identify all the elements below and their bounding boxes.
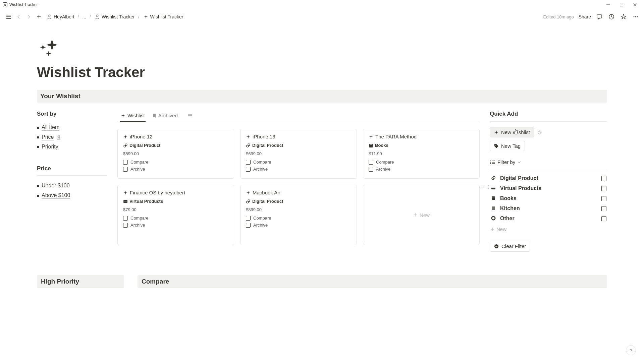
page-title[interactable]: Wishlist Tracker xyxy=(37,64,607,80)
wishlist-card[interactable]: The PARA MethodBooks$11.99CompareArchive xyxy=(363,129,480,179)
svg-point-36 xyxy=(488,188,489,189)
filter-item[interactable]: Books xyxy=(490,193,607,203)
svg-point-33 xyxy=(487,187,487,187)
breadcrumb-current[interactable]: Wishlist Tracker xyxy=(142,13,185,20)
share-button[interactable]: Share xyxy=(579,14,591,19)
edited-timestamp: Edited 10m ago xyxy=(543,14,574,19)
filter-new-button[interactable]: New xyxy=(490,224,607,235)
filter-item[interactable]: Digital Product xyxy=(490,173,607,183)
new-wishlist-button[interactable]: New Wishlist xyxy=(490,127,534,137)
checkbox-icon xyxy=(123,223,128,228)
tab-archived[interactable]: Archived xyxy=(152,111,178,122)
svg-rect-24 xyxy=(370,144,372,144)
card-price: $899.00 xyxy=(246,207,351,212)
new-tag-button[interactable]: New Tag xyxy=(490,141,525,151)
section-header-wishlist: Your Wishlist xyxy=(37,90,607,103)
drag-handle-icon[interactable] xyxy=(486,184,490,190)
wishlist-card[interactable]: Macbook AirDigital Product$899.00Compare… xyxy=(240,185,357,245)
archive-checkbox[interactable]: Archive xyxy=(246,223,351,228)
svg-rect-1 xyxy=(620,3,623,6)
svg-rect-25 xyxy=(123,200,127,203)
card-price: $599.00 xyxy=(123,151,228,156)
hamburger-menu-button[interactable] xyxy=(5,13,13,21)
top-toolbar: HeyAlbert / ... / Wishlist Tracker / Wis… xyxy=(0,9,644,24)
filter-item[interactable]: Virtual Products xyxy=(490,183,607,193)
breadcrumb-separator: / xyxy=(77,14,79,19)
window-titlebar: N Wishlist Tracker xyxy=(0,0,644,9)
filter-by-toggle[interactable]: Filter by xyxy=(490,159,607,169)
archive-checkbox[interactable]: Archive xyxy=(123,167,228,172)
sort-item-priority[interactable]: Priority xyxy=(37,142,107,152)
svg-rect-26 xyxy=(123,201,127,201)
filter-item[interactable]: Kitchen xyxy=(490,203,607,214)
avatar-icon xyxy=(46,14,52,20)
checkbox-icon xyxy=(123,160,128,165)
breadcrumb-parent[interactable]: Wishlist Tracker xyxy=(93,13,136,20)
plus-icon[interactable] xyxy=(479,184,485,190)
page-icon[interactable] xyxy=(37,38,607,58)
window-close-button[interactable] xyxy=(632,2,638,8)
list-icon xyxy=(490,160,495,165)
card-tag-text: Digital Product xyxy=(129,143,160,148)
nav-forward-button[interactable] xyxy=(25,13,33,21)
wishlist-card[interactable]: Finance OS by heyalbertVirtual Products$… xyxy=(117,185,234,245)
svg-point-28 xyxy=(248,200,250,202)
svg-point-31 xyxy=(487,185,487,186)
filter-item[interactable]: Other xyxy=(490,214,607,224)
card-title-text: Finance OS by heyalbert xyxy=(130,190,185,195)
help-button[interactable]: ? xyxy=(626,345,636,355)
new-tab-button[interactable] xyxy=(35,13,43,21)
compare-checkbox[interactable]: Compare xyxy=(369,160,474,165)
bookmark-icon xyxy=(152,113,156,118)
sort-item-all[interactable]: All Item xyxy=(37,123,107,132)
bullet-icon xyxy=(37,136,39,138)
sparkle-icon xyxy=(123,190,128,195)
app-icon: N xyxy=(3,2,7,7)
sparkle-icon xyxy=(143,14,149,20)
compare-checkbox[interactable]: Compare xyxy=(246,160,351,165)
wishlist-card[interactable]: iPhone 13Digital Product$699.00CompareAr… xyxy=(240,129,357,179)
compare-checkbox[interactable]: Compare xyxy=(123,160,228,165)
comments-icon[interactable] xyxy=(596,13,603,20)
plus-icon xyxy=(490,227,494,231)
filter-category-icon xyxy=(490,206,497,211)
filter-list: Digital ProductVirtual ProductsBooksKitc… xyxy=(490,173,607,224)
sparkle-icon xyxy=(246,190,251,195)
svg-point-20 xyxy=(125,144,127,146)
svg-point-44 xyxy=(490,162,491,162)
archive-checkbox[interactable]: Archive xyxy=(246,167,351,172)
compare-checkbox[interactable]: Compare xyxy=(246,216,351,221)
bullet-icon xyxy=(37,146,39,148)
updates-icon[interactable] xyxy=(608,13,615,20)
svg-point-14 xyxy=(635,16,636,17)
favorite-icon[interactable] xyxy=(620,13,627,20)
svg-rect-11 xyxy=(597,15,602,18)
archive-checkbox[interactable]: Archive xyxy=(123,223,228,228)
svg-point-46 xyxy=(490,163,491,164)
card-tag-text: Digital Product xyxy=(252,199,283,204)
sort-item-price[interactable]: Price⇅ xyxy=(37,132,107,142)
wishlist-card[interactable]: iPhone 12Digital Product$599.00CompareAr… xyxy=(117,129,234,179)
new-card-button[interactable]: New xyxy=(363,185,480,245)
price-item-under[interactable]: Under $100 xyxy=(37,181,107,191)
compare-checkbox[interactable]: Compare xyxy=(123,216,228,221)
archive-checkbox[interactable]: Archive xyxy=(369,167,474,172)
clear-filter-button[interactable]: Clear Filter xyxy=(490,241,530,252)
tab-wishlist[interactable]: Wishlist xyxy=(120,111,146,122)
checkbox-icon xyxy=(123,216,128,221)
card-title-text: iPhone 12 xyxy=(130,134,153,139)
window-minimize-button[interactable] xyxy=(605,2,611,8)
svg-point-41 xyxy=(495,145,496,145)
sparkle-icon xyxy=(246,134,251,139)
breadcrumb-root[interactable]: HeyAlbert xyxy=(45,13,75,20)
sparkle-icon xyxy=(123,134,128,139)
tab-more-button[interactable] xyxy=(186,111,193,121)
svg-point-42 xyxy=(490,160,491,161)
filter-item-label: Digital Product xyxy=(500,175,538,181)
nav-back-button[interactable] xyxy=(15,13,23,21)
breadcrumb-dots[interactable]: ... xyxy=(81,13,88,20)
price-item-above[interactable]: Above $100 xyxy=(37,191,107,200)
window-maximize-button[interactable] xyxy=(619,2,625,8)
more-icon[interactable] xyxy=(632,13,639,20)
gear-icon[interactable] xyxy=(536,129,543,136)
